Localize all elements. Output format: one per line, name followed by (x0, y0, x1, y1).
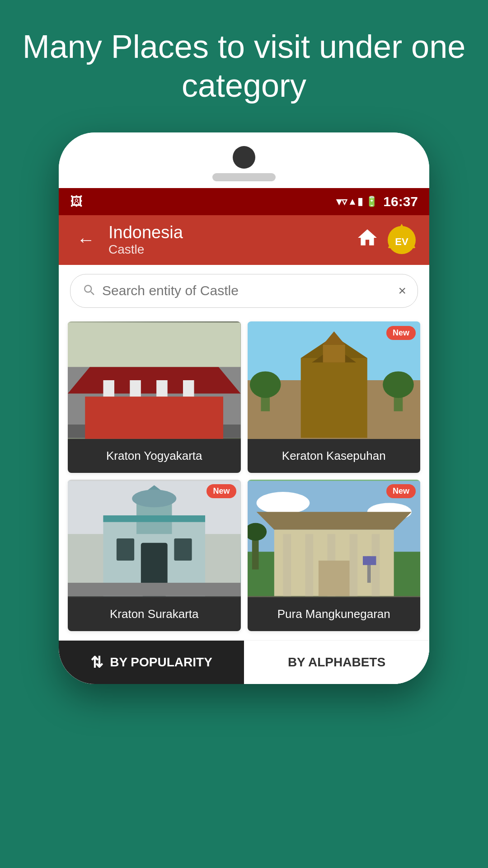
connectivity-icons: ▾▿ ▴ ▮ 🔋 (336, 195, 378, 208)
place-card-keraton-kasepuhan[interactable]: New (248, 321, 421, 473)
svg-rect-39 (305, 534, 313, 596)
back-button[interactable]: ← (72, 225, 99, 255)
app-toolbar: ← Indonesia Castle EV (59, 215, 429, 265)
page-title: Many Places to visit under one category (18, 27, 470, 105)
search-bar-container: × (59, 265, 429, 317)
battery-icon: 🔋 (366, 196, 378, 208)
svg-point-20 (383, 371, 414, 398)
svg-rect-27 (117, 538, 134, 561)
svg-rect-3 (103, 380, 114, 438)
svg-rect-12 (300, 358, 367, 438)
svg-marker-2 (68, 367, 241, 393)
toolbar-left: ← Indonesia Castle (72, 223, 183, 257)
signal-bars-icon: ▮ (357, 196, 363, 208)
svg-marker-37 (256, 512, 411, 529)
search-input[interactable] (102, 283, 391, 298)
place-card-kraton-yogyakarta[interactable]: Kraton Yogyakarta (68, 321, 241, 473)
place-name-pura-mangkunegaran: Pura Mangkunegaran (248, 597, 421, 631)
status-left: 🖼 (70, 194, 83, 209)
svg-point-33 (256, 492, 310, 514)
phone-camera (233, 146, 255, 169)
toolbar-title-main: Indonesia (108, 223, 183, 242)
status-right: ▾▿ ▴ ▮ 🔋 16:37 (336, 194, 418, 209)
place-name-kraton-surakarta: Kraton Surakarta (68, 597, 241, 631)
photo-icon: 🖼 (70, 194, 83, 209)
status-bar: 🖼 ▾▿ ▴ ▮ 🔋 16:37 (59, 188, 429, 215)
page-header: Many Places to visit under one category (0, 0, 488, 123)
svg-point-26 (132, 490, 176, 507)
new-badge-pura-mangkunegaran: New (386, 484, 416, 498)
sort-by-popularity-label: BY POPULARITY (110, 655, 212, 670)
svg-rect-42 (371, 534, 380, 596)
svg-rect-7 (136, 402, 172, 438)
phone-speaker (212, 173, 276, 181)
svg-rect-43 (318, 561, 349, 596)
sort-by-alphabets-button[interactable]: BY ALPHABETS (244, 641, 429, 684)
toolbar-title: Indonesia Castle (108, 223, 183, 257)
phone-top-decoration (59, 132, 429, 188)
svg-rect-28 (174, 538, 192, 561)
svg-rect-41 (349, 534, 357, 596)
place-image-kraton-yogyakarta (68, 321, 241, 439)
svg-rect-4 (130, 380, 141, 438)
svg-rect-5 (156, 380, 168, 438)
status-time: 16:37 (383, 194, 418, 209)
svg-rect-15 (323, 344, 345, 362)
place-name-kraton-yogyakarta: Kraton Yogyakarta (68, 439, 241, 473)
place-name-keraton-kasepuhan: Keraton Kasepuhan (248, 439, 421, 473)
svg-rect-6 (183, 380, 194, 438)
home-button[interactable] (356, 226, 379, 254)
toolbar-right: EV (356, 226, 416, 254)
sort-by-popularity-button[interactable]: ⇅ BY POPULARITY (59, 641, 244, 684)
phone-content: × (59, 265, 429, 684)
svg-rect-38 (283, 534, 291, 596)
svg-point-18 (249, 371, 281, 398)
wifi-icon: ▾▿ (336, 195, 347, 208)
svg-rect-31 (68, 583, 241, 596)
svg-rect-9 (68, 425, 241, 438)
wifi-signal-icon: ▴ (350, 196, 355, 208)
place-card-pura-mangkunegaran[interactable]: New (248, 480, 421, 631)
search-icon (82, 283, 95, 299)
ev-logo-button[interactable]: EV (388, 226, 416, 254)
place-card-kraton-surakarta[interactable]: New (68, 480, 241, 631)
phone-mockup: 🖼 ▾▿ ▴ ▮ 🔋 16:37 ← Indonesia Castle (59, 132, 429, 684)
places-grid: Kraton Yogyakarta New (59, 317, 429, 640)
toolbar-title-sub: Castle (108, 242, 183, 257)
sort-by-alphabets-label: BY ALPHABETS (288, 655, 385, 670)
sort-icon: ⇅ (90, 653, 103, 671)
svg-rect-47 (363, 556, 376, 565)
bottom-sort-bar: ⇅ BY POPULARITY BY ALPHABETS (59, 640, 429, 684)
ev-logo-text: EV (395, 236, 408, 248)
search-clear-button[interactable]: × (398, 283, 406, 298)
svg-rect-8 (68, 322, 241, 367)
new-badge-keraton-kasepuhan: New (386, 326, 416, 340)
new-badge-kraton-surakarta: New (206, 484, 236, 498)
search-bar: × (70, 274, 418, 308)
svg-rect-30 (103, 515, 205, 522)
